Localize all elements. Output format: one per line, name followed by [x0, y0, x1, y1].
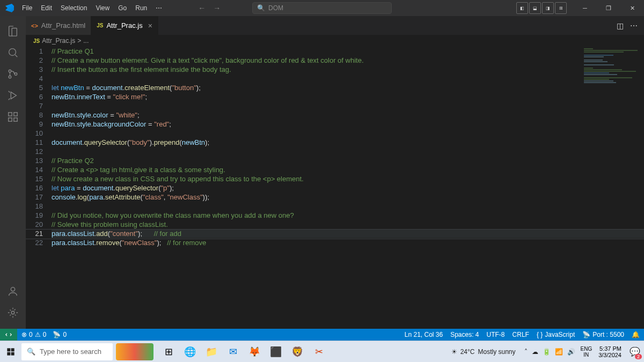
window-minimize[interactable]: ─: [574, 0, 596, 16]
svg-rect-11: [11, 348, 14, 351]
title-nav: ← →: [198, 4, 221, 12]
activity-source-control-icon[interactable]: [0, 63, 26, 85]
status-indent[interactable]: Spaces: 4: [450, 331, 479, 338]
menu-go[interactable]: Go: [114, 2, 130, 14]
svg-rect-7: [14, 113, 17, 116]
menu-run[interactable]: Run: [131, 2, 151, 14]
activity-explorer-icon[interactable]: [0, 20, 26, 42]
menu-file[interactable]: File: [18, 2, 36, 14]
svg-point-1: [9, 70, 11, 72]
activity-extensions-icon[interactable]: [0, 106, 26, 128]
search-icon: 🔍: [257, 4, 265, 12]
search-text: DOM: [268, 4, 283, 12]
svg-rect-12: [7, 352, 10, 355]
activity-search-icon[interactable]: [0, 42, 26, 63]
status-problems[interactable]: ⊗0 ⚠0: [21, 331, 46, 338]
menu-selection[interactable]: Selection: [57, 2, 91, 14]
warning-icon: ⚠: [35, 331, 41, 338]
taskbar-language[interactable]: ENG IN: [579, 346, 595, 358]
split-editor-icon[interactable]: ◫: [617, 21, 624, 30]
notification-badge: 2: [635, 354, 642, 359]
command-center[interactable]: 🔍 DOM: [252, 2, 392, 14]
code-area[interactable]: // Practice Q1// Create a new button ele…: [52, 47, 644, 329]
status-language[interactable]: { } JavaScript: [537, 331, 575, 338]
task-view-icon[interactable]: ⊞: [158, 341, 179, 363]
braces-icon: { }: [537, 331, 543, 338]
activity-account-icon[interactable]: [0, 280, 26, 302]
system-tray[interactable]: ˄ ☁ 🔋 📶 🔊: [521, 348, 579, 356]
mail-icon[interactable]: ✉: [222, 341, 244, 363]
window-close[interactable]: ✕: [621, 0, 643, 16]
taskbar-clock[interactable]: 5:37 PM 3/3/2024: [594, 345, 626, 358]
sun-icon: ☀: [451, 348, 457, 356]
brave-icon[interactable]: 🦁: [287, 341, 308, 363]
error-icon: ⊗: [21, 331, 27, 338]
activity-settings-icon[interactable]: [0, 302, 26, 323]
svg-rect-5: [9, 118, 12, 121]
snip-icon[interactable]: ✂: [308, 341, 330, 363]
vscode-logo-icon: [5, 4, 14, 12]
html-file-icon: <>: [31, 23, 38, 29]
editor[interactable]: 12345678910111213141516171819202122 // P…: [26, 47, 644, 329]
search-placeholder: Type here to search: [40, 348, 101, 356]
radio-icon: 📡: [53, 331, 61, 338]
layout-controls: ◧ ⬓ ◨ ⊞: [516, 2, 567, 14]
breadcrumb-sep: >: [77, 37, 81, 45]
chevron-up-icon[interactable]: ˄: [524, 348, 528, 356]
nav-back-icon[interactable]: ←: [198, 4, 206, 12]
vscode-taskbar-icon[interactable]: ⬛: [265, 341, 287, 363]
status-notifications[interactable]: 🔔: [632, 331, 640, 338]
layout-sidebar-right-icon[interactable]: ◨: [542, 2, 554, 14]
status-eol[interactable]: CRLF: [513, 331, 529, 338]
menu-more[interactable]: ⋯: [152, 2, 166, 14]
svg-rect-6: [14, 118, 17, 121]
activity-bar: [0, 16, 26, 329]
start-button[interactable]: [0, 341, 21, 363]
firefox-icon[interactable]: 🦊: [244, 341, 265, 363]
js-file-icon: JS: [33, 38, 40, 44]
nav-forward-icon[interactable]: →: [213, 4, 221, 12]
search-icon: 🔍: [27, 348, 35, 356]
battery-icon[interactable]: 🔋: [543, 348, 551, 356]
activity-debug-icon[interactable]: [0, 85, 26, 106]
tab-attr-prac-js[interactable]: JS Attr_Prac.js ×: [91, 16, 158, 35]
svg-point-0: [9, 49, 16, 56]
taskbar-weather[interactable]: ☀ 24°C Mostly sunny: [446, 348, 521, 356]
explorer-icon[interactable]: 📁: [201, 341, 222, 363]
minimap[interactable]: [584, 48, 638, 123]
more-actions-icon[interactable]: ⋯: [630, 21, 638, 30]
layout-customize-icon[interactable]: ⊞: [555, 2, 567, 14]
status-encoding[interactable]: UTF-8: [487, 331, 505, 338]
line-numbers: 12345678910111213141516171819202122: [26, 47, 52, 329]
breadcrumb[interactable]: JS Attr_Prac.js > ...: [26, 35, 644, 47]
svg-point-9: [11, 311, 14, 314]
svg-point-3: [14, 73, 17, 76]
onedrive-icon[interactable]: ☁: [532, 348, 538, 356]
svg-point-8: [11, 287, 14, 291]
menu-edit[interactable]: Edit: [37, 2, 56, 14]
svg-rect-13: [11, 352, 14, 355]
breadcrumb-rest: ...: [83, 37, 89, 45]
svg-point-2: [9, 76, 11, 78]
wifi-icon[interactable]: 📶: [555, 348, 563, 356]
svg-rect-10: [7, 348, 10, 351]
menu-view[interactable]: View: [92, 2, 113, 14]
tab-attr-prac-html[interactable]: <> Attr_Prac.html: [26, 16, 91, 35]
tab-label: Attr_Prac.js: [106, 21, 142, 29]
status-cursor[interactable]: Ln 21, Col 36: [405, 331, 443, 338]
layout-sidebar-left-icon[interactable]: ◧: [516, 2, 528, 14]
notification-icon: 💬: [630, 346, 640, 357]
edge-icon[interactable]: 🌐: [179, 341, 201, 363]
close-icon[interactable]: ×: [148, 21, 152, 30]
volume-icon[interactable]: 🔊: [567, 348, 575, 356]
layout-panel-icon[interactable]: ⬓: [529, 2, 541, 14]
bell-icon: 🔔: [632, 331, 640, 338]
status-live-server[interactable]: 📡 Port : 5500: [582, 331, 624, 338]
remote-indicator[interactable]: [0, 329, 17, 341]
status-ports[interactable]: 📡0: [53, 331, 67, 338]
taskbar-widget-icon[interactable]: [116, 343, 153, 360]
broadcast-icon: 📡: [582, 331, 590, 338]
taskbar-search[interactable]: 🔍 Type here to search: [21, 343, 113, 360]
window-maximize[interactable]: ❐: [598, 0, 619, 16]
taskbar-notifications[interactable]: 💬 2: [626, 341, 644, 363]
